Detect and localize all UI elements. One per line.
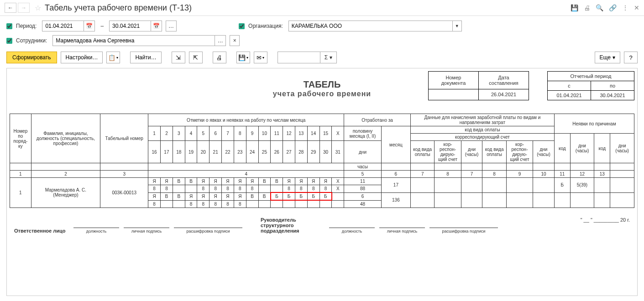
save-icon[interactable]: 💾 <box>571 4 578 11</box>
emp-clear-button[interactable]: × <box>230 35 240 46</box>
org-field[interactable] <box>289 21 452 31</box>
report-area[interactable]: Номер документаДата составления 26.04.20… <box>6 68 638 296</box>
sigma-icon[interactable]: Σ ▾ <box>320 52 336 63</box>
favorite-star-icon[interactable]: ☆ <box>35 4 41 12</box>
emp-field[interactable] <box>53 36 215 46</box>
preview-icon[interactable]: 🔍 <box>596 4 603 11</box>
expand-button[interactable]: ⇲ <box>172 52 185 63</box>
save-dd-button[interactable]: 💾 <box>236 52 250 63</box>
org-select[interactable]: ▼ <box>288 21 462 31</box>
variants-button[interactable]: 📋 <box>106 52 120 63</box>
emp-select-button[interactable]: … <box>215 36 225 46</box>
settings-button[interactable]: Настройки… <box>61 52 103 63</box>
date-dash: – <box>99 23 105 29</box>
calendar-icon[interactable]: 📅 <box>84 21 94 31</box>
more-button[interactable]: Еще ▾ <box>595 52 620 63</box>
date-from-input[interactable]: 📅 <box>42 21 95 31</box>
emp-label: Сотрудники: <box>16 37 47 44</box>
form-button[interactable]: Сформировать <box>6 52 57 63</box>
nav-forward-button[interactable]: → <box>18 3 30 13</box>
signatures: Ответственное лицо должность личная подп… <box>10 208 634 238</box>
calendar-icon[interactable]: 📅 <box>151 21 162 31</box>
titlebar: ← → ☆ Табель учета рабочего времени (Т-1… <box>0 0 644 16</box>
emp-input[interactable]: … <box>52 35 226 46</box>
date-to-field[interactable] <box>110 21 151 31</box>
period-box: Отчетный период спо 01.04.202130.04.2021 <box>547 71 634 100</box>
print-icon[interactable]: 🖨 <box>584 4 590 11</box>
email-button[interactable]: ✉ <box>254 52 267 63</box>
org-checkbox[interactable] <box>239 23 245 29</box>
period-label: Период: <box>16 23 37 29</box>
timesheet-table: Номер по поряд- ку Фамилия, инициалы, до… <box>10 114 634 208</box>
print-button[interactable]: 🖨 <box>213 52 226 63</box>
sum-box[interactable]: Σ ▾ <box>277 52 337 63</box>
chevron-down-icon[interactable]: ▼ <box>452 21 461 31</box>
doc-info-box: Номер документаДата составления 26.04.20… <box>428 71 529 100</box>
link-icon[interactable]: 🔗 <box>609 4 617 11</box>
report-title: ТАБЕЛЬ учета рабочего времени <box>10 79 634 98</box>
find-button[interactable]: Найти… <box>130 52 161 63</box>
window-title: Табель учета рабочего времени (Т-13) <box>45 3 571 13</box>
help-button[interactable]: ? <box>624 52 638 63</box>
table-row: 1 Мармеладова А. С. (Менеджер) 003К-0001… <box>10 178 634 185</box>
toolbar: Сформировать Настройки… 📋 Найти… ⇲ ⇱ 🖨 💾… <box>0 49 644 68</box>
period-checkbox[interactable] <box>6 23 12 29</box>
period-select-button[interactable]: … <box>166 21 177 31</box>
filters-panel: Период: 📅 – 📅 … Организация: ▼ Сотрудник… <box>0 16 644 49</box>
kebab-menu-icon[interactable]: ⋮ <box>622 4 628 11</box>
emp-checkbox[interactable] <box>6 38 12 44</box>
nav-back-button[interactable]: ← <box>5 3 16 13</box>
close-icon[interactable]: ✕ <box>634 4 639 11</box>
collapse-button[interactable]: ⇱ <box>189 52 203 63</box>
date-to-input[interactable]: 📅 <box>109 21 162 31</box>
org-label: Организация: <box>248 23 283 29</box>
date-from-field[interactable] <box>42 21 84 31</box>
